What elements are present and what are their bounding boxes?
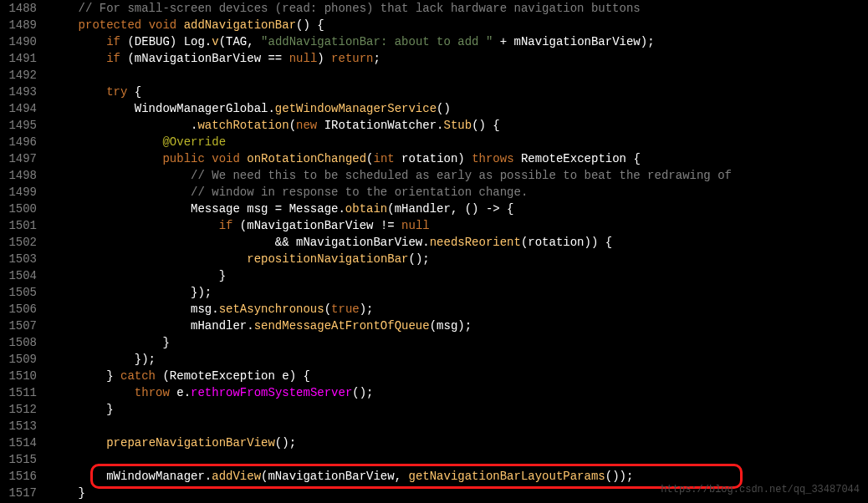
- line-number: 1493: [3, 84, 37, 100]
- line-number: 1515: [3, 451, 37, 468]
- code-line[interactable]: [50, 451, 868, 468]
- code-line[interactable]: }: [50, 267, 868, 284]
- line-number: 1503: [3, 251, 37, 267]
- code-line[interactable]: prepareNavigationBarView();: [50, 434, 868, 451]
- code-line[interactable]: if (DEBUG) Log.v(TAG, "addNavigationBar:…: [50, 33, 868, 50]
- line-number: 1509: [3, 351, 37, 368]
- line-number: 1506: [3, 301, 37, 318]
- code-line[interactable]: [50, 418, 868, 434]
- line-number: 1497: [3, 150, 37, 167]
- code-line[interactable]: mWindowManager.addView(mNavigationBarVie…: [50, 468, 868, 485]
- code-line[interactable]: // We need this to be scheduled as early…: [50, 167, 868, 184]
- line-number: 1491: [3, 50, 37, 67]
- line-number: 1505: [3, 284, 37, 301]
- line-number: 1517: [3, 485, 37, 501]
- code-line[interactable]: mHandler.sendMessageAtFrontOfQueue(msg);: [50, 318, 868, 334]
- line-number: 1504: [3, 267, 37, 284]
- code-line[interactable]: WindowManagerGlobal.getWindowManagerServ…: [50, 100, 868, 117]
- line-number: 1492: [3, 67, 37, 84]
- code-line[interactable]: } catch (RemoteException e) {: [50, 368, 868, 384]
- code-line[interactable]: try {: [50, 84, 868, 100]
- line-number: 1502: [3, 234, 37, 251]
- code-line[interactable]: throw e.rethrowFromSystemServer();: [50, 384, 868, 401]
- line-number: 1500: [3, 201, 37, 217]
- code-line[interactable]: .watchRotation(new IRotationWatcher.Stub…: [50, 117, 868, 134]
- code-line[interactable]: }: [50, 485, 868, 501]
- code-line[interactable]: if (mNavigationBarView == null) return;: [50, 50, 868, 67]
- code-line[interactable]: if (mNavigationBarView != null: [50, 217, 868, 234]
- code-content[interactable]: // For small-screen devices (read: phone…: [43, 0, 868, 503]
- line-number: 1488: [3, 0, 37, 17]
- line-number: 1498: [3, 167, 37, 184]
- code-line[interactable]: });: [50, 284, 868, 301]
- code-line[interactable]: });: [50, 351, 868, 368]
- code-line[interactable]: repositionNavigationBar();: [50, 251, 868, 267]
- line-number: 1516: [3, 468, 37, 485]
- code-line[interactable]: // window in response to the orientation…: [50, 184, 868, 201]
- code-line[interactable]: protected void addNavigationBar() {: [50, 17, 868, 33]
- line-number: 1494: [3, 100, 37, 117]
- line-number: 1510: [3, 368, 37, 384]
- code-line[interactable]: public void onRotationChanged(int rotati…: [50, 150, 868, 167]
- code-line[interactable]: Message msg = Message.obtain(mHandler, (…: [50, 201, 868, 217]
- code-line[interactable]: }: [50, 334, 868, 351]
- line-number: 1508: [3, 334, 37, 351]
- code-line[interactable]: @Override: [50, 134, 868, 150]
- line-number-gutter: 1488148914901491149214931494149514961497…: [0, 0, 43, 503]
- line-number: 1496: [3, 134, 37, 150]
- line-number: 1511: [3, 384, 37, 401]
- line-number: 1512: [3, 401, 37, 418]
- code-line[interactable]: msg.setAsynchronous(true);: [50, 301, 868, 318]
- line-number: 1507: [3, 318, 37, 334]
- line-number: 1495: [3, 117, 37, 134]
- line-number: 1489: [3, 17, 37, 33]
- code-line[interactable]: // For small-screen devices (read: phone…: [50, 0, 868, 17]
- code-line[interactable]: }: [50, 401, 868, 418]
- line-number: 1514: [3, 434, 37, 451]
- code-line[interactable]: [50, 67, 868, 84]
- code-editor[interactable]: 1488148914901491149214931494149514961497…: [0, 0, 868, 503]
- line-number: 1513: [3, 418, 37, 434]
- line-number: 1490: [3, 33, 37, 50]
- line-number: 1499: [3, 184, 37, 201]
- code-line[interactable]: && mNavigationBarView.needsReorient(rota…: [50, 234, 868, 251]
- line-number: 1501: [3, 217, 37, 234]
